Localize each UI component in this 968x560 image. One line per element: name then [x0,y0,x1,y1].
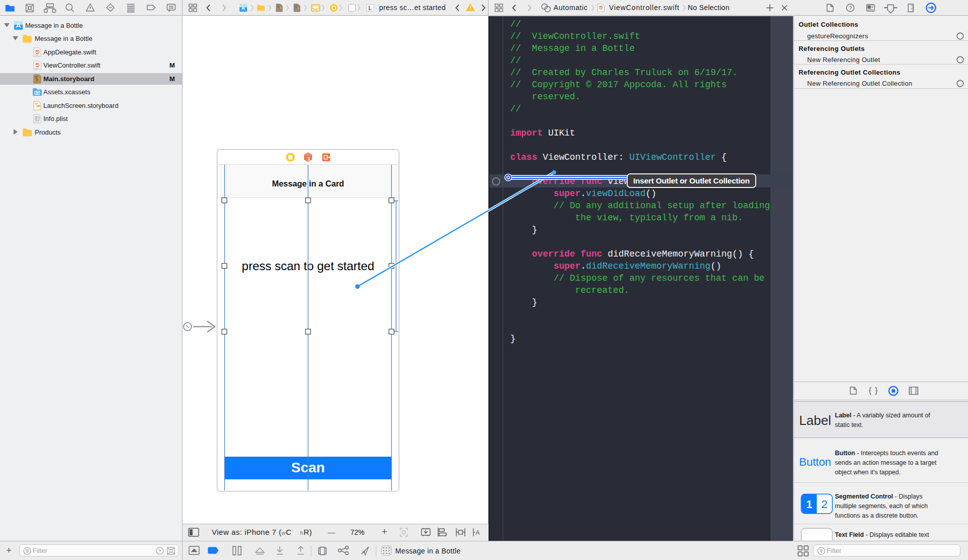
svg-text:ViewController.swift: ViewController.swift [609,4,680,12]
svg-text:press sc…et started: press sc…et started [379,4,446,12]
svg-text:1: 1 [806,498,812,511]
svg-text:SWIFT: SWIFT [35,54,40,56]
svg-text:No Selection: No Selection [688,4,730,12]
svg-text:2: 2 [821,498,827,511]
svg-text:PLIST: PLIST [35,121,39,123]
svg-text:A: A [475,529,479,536]
svg-text:L: L [369,5,372,12]
svg-text:Message in a Bottle: Message in a Bottle [395,547,461,555]
svg-text:Automatic: Automatic [554,4,588,12]
svg-text:?: ? [849,5,852,11]
svg-text:SWIFT: SWIFT [35,68,40,70]
